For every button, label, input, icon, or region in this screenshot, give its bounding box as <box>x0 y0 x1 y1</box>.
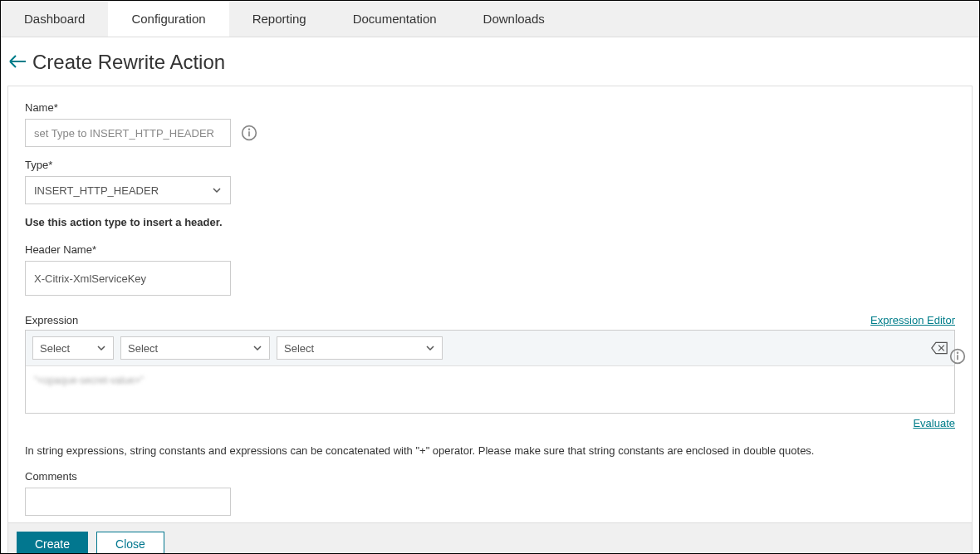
button-bar: Create Close <box>7 523 973 554</box>
back-arrow-icon[interactable] <box>7 52 27 72</box>
top-tabs: Dashboard Configuration Reporting Docume… <box>1 1 979 37</box>
name-input[interactable] <box>25 119 231 147</box>
type-description: Use this action type to insert a header. <box>25 216 955 228</box>
tab-dashboard[interactable]: Dashboard <box>1 1 108 37</box>
expression-help-text: In string expressions, string constants … <box>25 444 955 457</box>
close-button[interactable]: Close <box>96 532 164 554</box>
tab-configuration[interactable]: Configuration <box>108 1 228 37</box>
expression-toolbar: Select Select Select <box>26 331 954 366</box>
name-label: Name* <box>25 101 955 114</box>
info-icon[interactable] <box>949 348 966 365</box>
tab-documentation[interactable]: Documentation <box>330 1 460 37</box>
tab-reporting[interactable]: Reporting <box>229 1 330 37</box>
svg-point-7 <box>958 352 958 353</box>
expression-editor-link[interactable]: Expression Editor <box>870 314 955 326</box>
create-button[interactable]: Create <box>17 532 88 554</box>
svg-point-2 <box>249 129 250 130</box>
expr-select-1[interactable]: Select <box>32 336 114 360</box>
type-select[interactable]: INSERT_HTTP_HEADER <box>25 176 231 204</box>
expression-label: Expression <box>25 314 78 326</box>
chevron-down-icon <box>96 343 106 353</box>
header-name-input[interactable] <box>25 261 231 296</box>
page-title: Create Rewrite Action <box>32 51 225 74</box>
type-label: Type* <box>25 159 955 171</box>
page-header: Create Rewrite Action <box>1 37 979 86</box>
form-panel: Name* Type* INSERT_HTTP_HEADER Use this … <box>7 86 973 523</box>
info-icon[interactable] <box>241 125 257 141</box>
backspace-icon[interactable] <box>931 341 948 355</box>
chevron-down-icon <box>252 343 262 353</box>
chevron-down-icon <box>212 185 222 195</box>
chevron-down-icon <box>425 343 435 353</box>
comments-input[interactable] <box>25 488 231 516</box>
expr-select-3[interactable]: Select <box>277 336 443 360</box>
type-select-value: INSERT_HTTP_HEADER <box>34 184 212 197</box>
comments-label: Comments <box>25 470 955 483</box>
expr-select-2[interactable]: Select <box>120 336 270 360</box>
tab-downloads[interactable]: Downloads <box>460 1 568 37</box>
expression-box: Select Select Select "<opaque-secret-val… <box>25 330 955 414</box>
header-name-label: Header Name* <box>25 243 955 256</box>
evaluate-link[interactable]: Evaluate <box>913 417 955 429</box>
expression-content[interactable]: "<opaque-secret-value>" <box>26 366 954 413</box>
